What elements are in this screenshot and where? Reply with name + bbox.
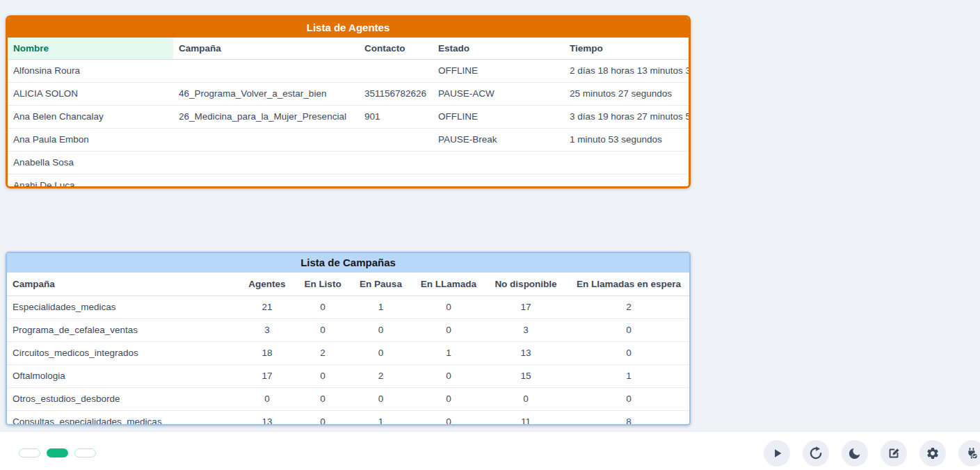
campaigns-col-en-listo[interactable]: En Listo: [298, 273, 348, 295]
campaigns-cell: 17: [236, 364, 298, 387]
campaigns-cell: 0: [348, 387, 414, 410]
agents-col-campa-a[interactable]: Campaña: [173, 38, 359, 59]
agents-col-nombre[interactable]: Nombre: [8, 38, 173, 59]
campaigns-cell: 0: [348, 341, 414, 364]
edit-button[interactable]: [881, 440, 907, 467]
campaigns-cell: Otros_estudios_desborde: [7, 387, 236, 410]
agents-cell: 1 minuto 53 segundos: [564, 128, 689, 151]
campaigns-cell: Consultas_especialidades_medicas: [7, 410, 236, 426]
campaigns-cell: 0: [568, 341, 689, 364]
agents-cell: 351156782626: [359, 82, 433, 105]
refresh-button[interactable]: [803, 440, 829, 467]
agents-cell: [173, 151, 359, 174]
agents-cell: [173, 128, 359, 151]
campaigns-cell: 0: [414, 295, 483, 318]
agents-cell: Anahi De Luca: [8, 174, 173, 188]
campaigns-cell: 0: [298, 410, 348, 426]
campaigns-cell: 2: [298, 341, 348, 364]
agents-cell: Ana Belen Chancalay: [8, 105, 173, 128]
campaigns-cell: 1: [414, 341, 483, 364]
agents-cell: [433, 174, 564, 188]
campaigns-table: CampañaAgentesEn ListoEn PausaEn LLamada…: [7, 273, 689, 426]
campaigns-col-agentes[interactable]: Agentes: [236, 273, 298, 295]
agents-header-row: NombreCampañaContactoEstadoTiempo: [8, 38, 689, 59]
campaigns-cell: 21: [236, 295, 298, 318]
campaigns-cell: 17: [483, 295, 568, 318]
campaigns-header-row: CampañaAgentesEn ListoEn PausaEn LLamada…: [7, 273, 689, 295]
gear-icon: [926, 446, 940, 460]
agents-cell: 25 minutos 27 segundos: [564, 82, 689, 105]
dark-mode-button[interactable]: [842, 440, 868, 467]
campaigns-cell: 13: [236, 410, 298, 426]
agents-cell: ALICIA SOLON: [8, 82, 173, 105]
agents-row: Ana Belen Chancalay26_Medicina_para_la_M…: [8, 105, 689, 128]
agents-table-card: Lista de Agentes NombreCampañaContactoEs…: [6, 15, 691, 188]
campaigns-cell: 0: [414, 387, 483, 410]
campaigns-cell: 2: [348, 364, 414, 387]
agents-cell: 26_Medicina_para_la_Mujer_Presencial: [173, 105, 359, 128]
agents-col-contacto[interactable]: Contacto: [359, 38, 433, 59]
campaigns-row: Especialidades_medicas21010172: [7, 295, 689, 318]
agents-row: ALICIA SOLON46_Programa_Volver_a_estar_b…: [8, 82, 689, 105]
agents-cell: [359, 151, 433, 174]
campaigns-cell: Oftalmologia: [7, 364, 236, 387]
plug-check-icon: [965, 446, 979, 460]
campaigns-col-no-disponible[interactable]: No disponible: [483, 273, 568, 295]
campaigns-cell: 1: [348, 295, 414, 318]
play-button[interactable]: [764, 440, 790, 467]
campaigns-cell: 3: [236, 318, 298, 341]
campaigns-cell: 1: [568, 364, 689, 387]
page-indicator-1[interactable]: [19, 448, 40, 457]
campaigns-cell: 2: [568, 295, 689, 318]
page-indicator-2[interactable]: [47, 448, 68, 457]
agents-cell: 901: [359, 105, 433, 128]
agents-cell: Alfonsina Roura: [8, 59, 173, 82]
campaigns-row: Circuitos_medicos_integrados18201130: [7, 341, 689, 364]
campaigns-table-title: Lista de Campañas: [7, 253, 689, 273]
campaigns-cell: 0: [298, 318, 348, 341]
campaigns-col-campa-a[interactable]: Campaña: [7, 273, 236, 295]
campaigns-table-card: Lista de Campañas CampañaAgentesEn Listo…: [6, 252, 691, 426]
campaigns-cell: 8: [568, 410, 689, 426]
campaigns-cell: 0: [236, 387, 298, 410]
campaigns-cell: 11: [483, 410, 568, 426]
campaigns-cell: Circuitos_medicos_integrados: [7, 341, 236, 364]
agents-cell: PAUSE-Break: [433, 128, 564, 151]
agents-table-title: Lista de Agentes: [8, 17, 689, 38]
campaigns-row: Programa_de_cefalea_ventas300030: [7, 318, 689, 341]
agents-col-estado[interactable]: Estado: [433, 38, 564, 59]
agents-cell: PAUSE-ACW: [433, 82, 564, 105]
agents-cell: [359, 59, 433, 82]
campaigns-cell: 0: [414, 410, 483, 426]
agents-cell: [359, 128, 433, 151]
agents-col-tiempo[interactable]: Tiempo: [564, 38, 689, 59]
agents-table: NombreCampañaContactoEstadoTiempo Alfons…: [8, 38, 689, 188]
campaigns-cell: Programa_de_cefalea_ventas: [7, 318, 236, 341]
campaigns-row: Otros_estudios_desborde000000: [7, 387, 689, 410]
agents-cell: 46_Programa_Volver_a_estar_bien: [173, 82, 359, 105]
settings-button[interactable]: [919, 440, 946, 467]
campaigns-cell: 18: [236, 341, 298, 364]
footer-bar: [0, 431, 980, 470]
agents-cell: [359, 174, 433, 188]
agents-cell: [564, 151, 689, 174]
campaigns-cell: 0: [568, 318, 689, 341]
agents-cell: 3 días 19 horas 27 minutos 5: [564, 105, 689, 128]
campaigns-cell: 0: [348, 318, 414, 341]
campaigns-cell: 15: [483, 364, 568, 387]
page-indicator-3[interactable]: [74, 448, 96, 457]
campaigns-col-en-pausa[interactable]: En Pausa: [348, 273, 414, 295]
campaigns-cell: 0: [483, 387, 568, 410]
campaigns-cell: 0: [298, 295, 348, 318]
campaigns-cell: 0: [414, 318, 483, 341]
agents-row: Ana Paula EmbonPAUSE-Break1 minuto 53 se…: [8, 128, 689, 151]
campaigns-col-en-llamada[interactable]: En LLamada: [414, 273, 483, 295]
campaigns-cell: 0: [414, 364, 483, 387]
agents-cell: 2 días 18 horas 13 minutos 3: [564, 59, 689, 82]
campaigns-col-en-llamadas-en-espera[interactable]: En Llamadas en espera: [568, 273, 689, 295]
agents-row: Alfonsina RouraOFFLINE2 días 18 horas 13…: [8, 59, 689, 82]
agents-cell: [173, 174, 359, 188]
connection-button[interactable]: [958, 440, 980, 467]
campaigns-row: Consultas_especialidades_medicas13010118: [7, 410, 689, 426]
action-button-group: [764, 440, 980, 467]
